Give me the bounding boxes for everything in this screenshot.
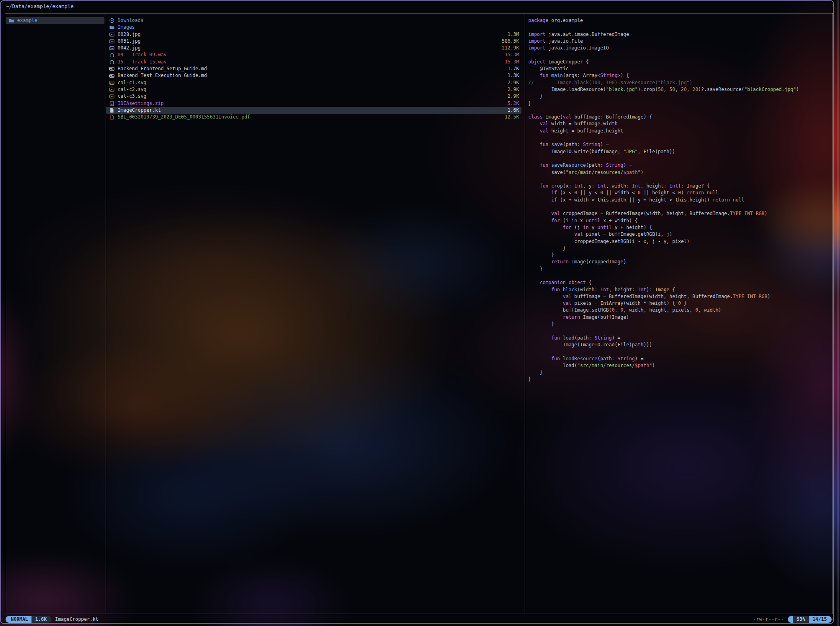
- code-token-ty: Array: [583, 73, 597, 78]
- file-row[interactable]: IDEAsettings.zip5.2K: [106, 100, 521, 107]
- code-token-num: 50: [658, 87, 663, 92]
- file-row[interactable]: ImageCropper.kt1.6K: [106, 107, 521, 114]
- code-token-str: "blackCropped.jpg": [744, 87, 796, 92]
- mode-indicator: NORMAL: [6, 616, 31, 623]
- code-token-kw: until: [597, 225, 612, 230]
- code-line: [528, 348, 832, 355]
- file-size: 2.9K: [508, 93, 521, 100]
- code-token-txt: [528, 280, 540, 285]
- scroll-percent-indicator: 93%: [793, 616, 809, 623]
- code-line: if (x + width > this.width || y + height…: [528, 197, 832, 203]
- code-line: for (j in y until y + height) {: [528, 224, 832, 231]
- file-row[interactable]: cal-c3.svg2.9K: [106, 93, 521, 100]
- code-token-str: "JPG": [623, 149, 637, 154]
- code-token-txt: }: [528, 369, 543, 375]
- code-token-kw: in: [571, 218, 577, 223]
- code-line: fun loadResource(path: String) =: [528, 355, 832, 362]
- file-row[interactable]: example: [6, 17, 104, 24]
- code-token-fn: main: [551, 73, 563, 78]
- code-token-txt: [528, 73, 540, 78]
- code-line: load("src/main/resources/$path"): [528, 362, 832, 369]
- code-token-kw: val: [540, 128, 549, 134]
- archive-icon: [109, 101, 115, 106]
- code-token-fn: loadResource: [563, 356, 598, 361]
- code-line: import java.io.File: [528, 38, 832, 45]
- code-line: [528, 155, 832, 162]
- code-token-txt: java.awt.image.BufferedImage: [545, 32, 629, 37]
- code-line: [528, 134, 832, 141]
- file-row[interactable]: Downloads: [106, 17, 521, 24]
- code-token-txt: [560, 356, 563, 361]
- file-row[interactable]: Images: [106, 24, 521, 31]
- file-preview-pane[interactable]: package org.example import java.awt.imag…: [528, 17, 832, 383]
- code-token-txt: (path:: [563, 142, 583, 147]
- code-line: ImageIO.write(buffImage, "JPG", File(pat…: [528, 148, 832, 155]
- code-token-txt: , width): [698, 307, 721, 313]
- code-token-txt: ImageIO.write(buffImage,: [528, 149, 623, 154]
- code-token-txt: Image.loadResource(: [528, 87, 606, 92]
- permission-char: -: [781, 616, 784, 622]
- file-name: 0028.jpg: [118, 31, 508, 38]
- code-token-var: $path: [623, 170, 637, 175]
- code-token-txt: ):: [678, 183, 687, 189]
- code-token-txt: save(: [528, 170, 566, 175]
- code-token-txt: ):: [646, 287, 655, 292]
- file-row[interactable]: 15 - Track 15.wav15.3M: [106, 59, 521, 65]
- code-token-txt: {: [586, 280, 592, 285]
- pdf-icon: [109, 115, 115, 120]
- code-token-txt: }: [528, 321, 554, 327]
- code-token-kw: String: [594, 335, 612, 341]
- file-size: 1.6K: [508, 107, 521, 114]
- code-token-txt: Image(buffImage): [580, 314, 629, 320]
- code-token-kw: in: [583, 225, 588, 230]
- code-line: val croppedImage = BufferedImage(width, …: [528, 210, 832, 217]
- code-token-ty: IntArray: [600, 300, 624, 306]
- file-size: 1.3M: [508, 31, 521, 38]
- code-token-fn: black: [563, 287, 577, 292]
- code-token-txt: ): [767, 294, 770, 299]
- pane-top-border: [5, 13, 833, 14]
- file-row[interactable]: Backend_Test_Execution_Guide.md1.3K: [106, 72, 521, 79]
- code-token-kw: class: [528, 114, 543, 120]
- code-line: val height = buffImage.height: [528, 128, 832, 134]
- file-name: Downloads: [118, 17, 519, 24]
- code-token-txt: y + height) {: [612, 225, 652, 230]
- file-name: IDEAsettings.zip: [118, 100, 508, 107]
- code-token-txt: [528, 190, 551, 196]
- code-token-txt: [528, 335, 551, 341]
- code-token-txt: buffImage: BufferedImage) {: [571, 114, 652, 120]
- code-token-num: TYPE_INT_RGB: [733, 294, 767, 299]
- file-permissions: -rw-r--r--: [753, 616, 784, 622]
- code-token-txt: || height <: [641, 190, 678, 196]
- selection-size: 1.6K: [31, 616, 51, 623]
- parent-directory-pane[interactable]: example: [6, 17, 104, 24]
- file-row[interactable]: 0042.jpg212.9K: [106, 45, 521, 51]
- code-token-num: 0: [574, 190, 577, 196]
- file-row[interactable]: 09 - Track 09.wav15.3M: [106, 51, 521, 58]
- code-token-num: TYPE_INT_RGB: [730, 211, 765, 216]
- code-token-txt: croppedImage.setRGB(i - x, j - y, pixel): [528, 239, 690, 244]
- code-token-kw: fun: [551, 335, 560, 341]
- code-line: return Image(buffImage): [528, 314, 832, 321]
- file-row[interactable]: SBI_0032013739_2023_DE05_0003155631Invoi…: [106, 114, 521, 120]
- code-line: package org.example: [528, 17, 832, 24]
- code-token-num: 0: [600, 190, 603, 196]
- code-token-txt: ): [764, 211, 767, 216]
- file-row[interactable]: cal-c1.svg2.9K: [106, 79, 521, 86]
- permission-char: -: [771, 616, 775, 622]
- file-row[interactable]: 0028.jpg1.3M: [106, 31, 521, 38]
- code-line: // Image.black(100, 100).saveResource("b…: [528, 79, 832, 86]
- code-token-txt: [704, 190, 707, 196]
- code-token-txt: ).crop(: [638, 87, 658, 92]
- file-row[interactable]: Backend_Frontend_Setup_Guide.md1.7K: [106, 65, 521, 72]
- code-token-fn: crop: [551, 183, 563, 189]
- code-token-txt: [528, 294, 563, 299]
- code-token-txt: {: [669, 287, 675, 292]
- code-token-txt: }: [681, 300, 687, 306]
- file-row[interactable]: cal-c2.svg2.9K: [106, 86, 521, 93]
- folder-icon: [109, 25, 115, 30]
- file-row[interactable]: 0031.jpg586.3K: [106, 38, 521, 45]
- code-token-txt: (i: [560, 218, 571, 223]
- file-list-pane[interactable]: DownloadsImages0028.jpg1.3M0031.jpg586.3…: [106, 17, 521, 120]
- code-token-kw: fun: [540, 142, 549, 147]
